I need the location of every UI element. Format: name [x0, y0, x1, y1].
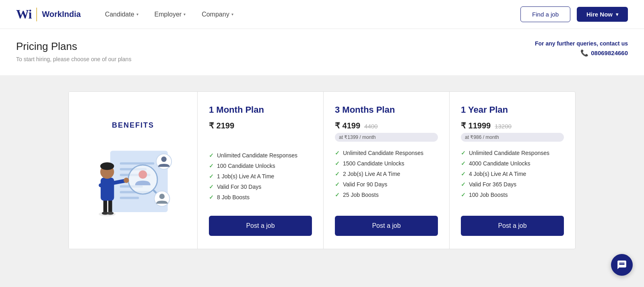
plan-col-3-months: 3 Months Plan ₹ 4199 4400 at ₹1399 / mon… — [324, 92, 450, 249]
svg-point-13 — [159, 194, 164, 199]
header: Wi WorkIndia Candidate ▾ Employer ▾ Comp… — [0, 0, 644, 29]
feature-item: ✓Unlimited Candidate Responses — [335, 150, 438, 156]
check-icon: ✓ — [461, 160, 466, 167]
benefits-column: BENEFITS — [69, 92, 198, 249]
nav-company[interactable]: Company ▾ — [202, 11, 233, 18]
hero-section: Pricing Plans To start hiring, please ch… — [0, 29, 644, 75]
plan-name-1-month: 1 Month Plan — [209, 105, 312, 115]
chat-button[interactable] — [611, 254, 633, 273]
logo-separator — [36, 8, 37, 21]
check-icon: ✓ — [335, 181, 340, 188]
feature-item: ✓Valid For 365 Days — [461, 181, 564, 188]
hire-now-button[interactable]: Hire Now ▾ — [577, 7, 628, 22]
phone-number: 08069824660 — [591, 50, 628, 56]
plan-price-1-year: ₹ 11999 — [461, 121, 491, 130]
page-subtitle: To start hiring, please choose one of ou… — [16, 56, 131, 62]
benefits-title: BENEFITS — [112, 121, 154, 130]
feature-item: ✓4 Job(s) Live At A Time — [461, 171, 564, 177]
check-icon: ✓ — [209, 163, 214, 169]
chat-icon — [617, 260, 627, 270]
svg-point-11 — [161, 156, 166, 161]
plan-original-price-1-year: 13200 — [495, 123, 512, 130]
feature-item: ✓4000 Candidate Unlocks — [461, 160, 564, 167]
feature-item: ✓100 Job Boosts — [461, 192, 564, 198]
feature-item: ✓1500 Candidate Unlocks — [335, 160, 438, 167]
feature-item: ✓2 Job(s) Live At A Time — [335, 171, 438, 177]
plan-price-row-1-month: ₹ 2199 — [209, 121, 312, 130]
check-icon: ✓ — [335, 192, 340, 198]
check-icon: ✓ — [335, 150, 340, 156]
plan-price-1-month: ₹ 2199 — [209, 121, 234, 130]
main-content: BENEFITS — [0, 75, 644, 273]
plan-features-1-month: ✓Unlimited Candidate Responses✓100 Candi… — [209, 152, 312, 204]
pricing-table: BENEFITS — [68, 91, 576, 249]
nav-candidate[interactable]: Candidate ▾ — [105, 11, 138, 18]
plan-col-1-month: 1 Month Plan ₹ 2199 ✓Unlimited Candidate… — [198, 92, 324, 249]
logo-wi: Wi — [16, 7, 31, 22]
check-icon: ✓ — [209, 194, 214, 200]
svg-rect-16 — [108, 198, 112, 213]
plan-price-3-months: ₹ 4199 — [335, 121, 360, 130]
chevron-down-icon: ▾ — [616, 12, 618, 17]
contact-phone: 📞 08069824660 — [535, 49, 628, 57]
feature-item: ✓Unlimited Candidate Responses — [209, 152, 312, 159]
contact-text: For any further queries, contact us — [535, 40, 628, 47]
feature-item: ✓100 Candidate Unlocks — [209, 163, 312, 169]
find-job-button[interactable]: Find a job — [520, 6, 570, 22]
hiring-illustration — [81, 139, 186, 220]
check-icon: ✓ — [335, 160, 340, 167]
hero-right: For any further queries, contact us 📞 08… — [535, 40, 628, 57]
svg-rect-19 — [101, 178, 114, 200]
plan-name-3-months: 3 Months Plan — [335, 105, 438, 115]
plan-per-month-3-months: at ₹1399 / month — [335, 133, 438, 142]
hero-left: Pricing Plans To start hiring, please ch… — [16, 40, 131, 62]
check-icon: ✓ — [209, 152, 214, 159]
plan-price-row-1-year: ₹ 11999 13200 — [461, 121, 564, 130]
logo-text: WorkIndia — [42, 10, 80, 19]
plan-col-1-year: 1 Year Plan ₹ 11999 13200 at ₹986 / mont… — [450, 92, 575, 249]
check-icon: ✓ — [335, 171, 340, 177]
main-nav: Candidate ▾ Employer ▾ Company ▾ — [105, 11, 520, 18]
svg-point-23 — [124, 178, 129, 183]
page-title: Pricing Plans — [16, 40, 131, 53]
feature-item: ✓8 Job Boosts — [209, 194, 312, 200]
check-icon: ✓ — [209, 184, 214, 190]
post-job-button-3-months[interactable]: Post a job — [335, 216, 438, 236]
check-icon: ✓ — [461, 150, 466, 156]
post-job-button-1-year[interactable]: Post a job — [461, 216, 564, 236]
plan-features-3-months: ✓Unlimited Candidate Responses✓1500 Cand… — [335, 150, 438, 204]
svg-point-18 — [107, 212, 114, 215]
check-icon: ✓ — [461, 192, 466, 198]
svg-rect-15 — [103, 198, 107, 213]
check-icon: ✓ — [209, 173, 214, 180]
plan-name-1-year: 1 Year Plan — [461, 105, 564, 115]
feature-item: ✓Unlimited Candidate Responses — [461, 150, 564, 156]
phone-icon: 📞 — [580, 49, 588, 57]
feature-item: ✓Valid For 90 Days — [335, 181, 438, 188]
feature-item: ✓1 Job(s) Live At A Time — [209, 173, 312, 180]
check-icon: ✓ — [461, 171, 466, 177]
check-icon: ✓ — [461, 181, 466, 188]
svg-point-21 — [100, 162, 114, 170]
logo[interactable]: Wi WorkIndia — [16, 7, 81, 22]
plan-price-row-3-months: ₹ 4199 4400 — [335, 121, 438, 130]
feature-item: ✓Valid For 30 Days — [209, 184, 312, 190]
plan-spacer-1-month — [209, 133, 312, 144]
post-job-button-1-month[interactable]: Post a job — [209, 216, 312, 236]
chevron-down-icon: ▾ — [231, 12, 233, 17]
chevron-down-icon: ▾ — [136, 12, 138, 17]
plan-features-1-year: ✓Unlimited Candidate Responses✓4000 Cand… — [461, 150, 564, 204]
header-actions: Find a job Hire Now ▾ — [520, 6, 628, 22]
plan-per-month-1-year: at ₹986 / month — [461, 133, 564, 142]
svg-rect-1 — [120, 162, 154, 165]
feature-item: ✓25 Job Boosts — [335, 192, 438, 198]
plan-original-price-3-months: 4400 — [364, 123, 378, 130]
chevron-down-icon: ▾ — [184, 12, 186, 17]
svg-point-8 — [138, 170, 147, 179]
nav-employer[interactable]: Employer ▾ — [155, 11, 186, 18]
svg-rect-6 — [120, 196, 139, 199]
